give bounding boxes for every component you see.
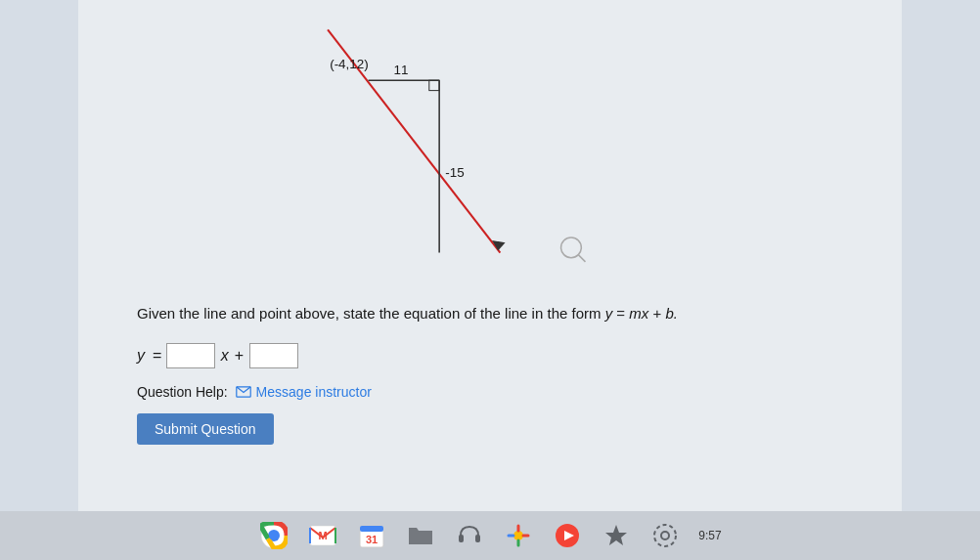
- play-icon[interactable]: [552, 520, 583, 551]
- message-instructor-link[interactable]: Message instructor: [256, 384, 372, 400]
- mail-icon: [236, 386, 251, 398]
- taskbar: M 31: [0, 511, 980, 560]
- svg-rect-3: [429, 80, 439, 90]
- extensions-icon[interactable]: [601, 520, 632, 551]
- equation-row: y = x +: [137, 343, 298, 368]
- intercept-input[interactable]: [249, 343, 298, 368]
- point-label: (-4,12): [330, 57, 369, 71]
- clock-time: 9:57: [698, 529, 721, 542]
- eq-x: x: [221, 347, 229, 365]
- run-label: 11: [393, 63, 408, 77]
- main-content: (-4,12) 11 -15 Given the line and point …: [78, 0, 902, 511]
- diagram-area: (-4,12) 11 -15: [137, 20, 843, 293]
- svg-point-21: [661, 532, 669, 539]
- svg-text:31: 31: [366, 534, 378, 545]
- time-display: 9:57: [698, 520, 721, 551]
- svg-rect-15: [459, 535, 464, 542]
- eq-equals: =: [153, 347, 161, 365]
- slope-input[interactable]: [166, 343, 215, 368]
- eq-plus: +: [235, 347, 244, 365]
- calendar-icon[interactable]: 31: [356, 520, 387, 551]
- chrome-icon[interactable]: [258, 520, 290, 551]
- eq-label: y: [137, 347, 145, 365]
- svg-text:M: M: [319, 530, 328, 541]
- settings-icon[interactable]: [649, 520, 681, 551]
- submit-question-button[interactable]: Submit Question: [137, 413, 274, 445]
- question-help-row: Question Help: Message instructor: [137, 384, 372, 400]
- question-text: Given the line and point above, state th…: [137, 303, 678, 325]
- gmail-icon[interactable]: M: [307, 520, 338, 551]
- svg-point-9: [269, 531, 279, 540]
- svg-rect-16: [475, 535, 480, 542]
- files-icon[interactable]: [405, 520, 436, 551]
- svg-line-5: [578, 255, 585, 262]
- question-help-label: Question Help:: [137, 384, 228, 400]
- photos-icon[interactable]: [503, 520, 534, 551]
- rise-label: -15: [445, 165, 464, 180]
- svg-marker-20: [605, 525, 627, 545]
- svg-point-22: [654, 525, 676, 546]
- diagram-svg: (-4,12) 11 -15: [137, 20, 843, 293]
- headphones-icon[interactable]: [454, 520, 485, 551]
- svg-rect-13: [360, 526, 383, 532]
